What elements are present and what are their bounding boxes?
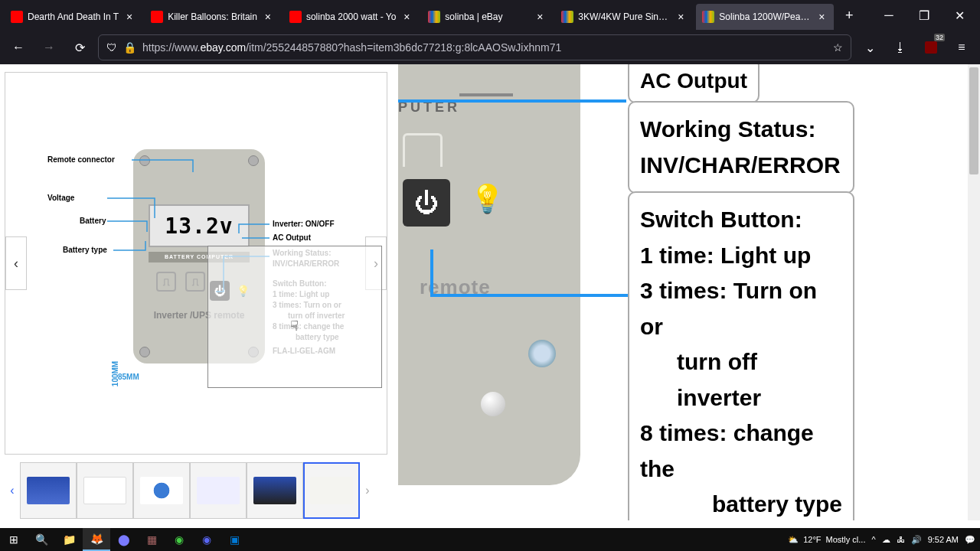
page-scrollbar[interactable] <box>968 64 980 520</box>
weather-icon: ⛅ <box>788 535 799 545</box>
address-bar: ← → ⟳ 🛡 🔒 https://www.ebay.com/itm/25524… <box>0 31 980 64</box>
thumbnail-1[interactable] <box>77 462 133 519</box>
label-remote-connector: Remote connector <box>47 155 115 164</box>
close-icon[interactable]: × <box>262 11 274 23</box>
back-button[interactable]: ← <box>6 35 31 60</box>
label-voltage: Voltage <box>47 194 74 202</box>
page-content: ‹ › 13.2v BATTERY COMPUTER ⎍ ⎍ ⏻ 💡 Inver… <box>0 64 980 520</box>
thumbnail-5[interactable] <box>303 462 360 519</box>
thumb-next-button[interactable]: › <box>360 464 375 517</box>
windows-taskbar: ⊞ 🔍 📁 🦊 ⬤ ▦ ◉ ◉ ▣ ⛅ 12°F Mostly cl... ^ … <box>0 528 980 551</box>
app-icon[interactable]: ▦ <box>138 528 165 551</box>
tab-bar: Dearth And Death In T× Killer Balloons: … <box>0 0 980 31</box>
thumbnail-3[interactable] <box>190 462 247 519</box>
rivet-icon <box>481 392 505 416</box>
info-switch-button: Switch Button: 1 time: Light up 3 times:… <box>628 191 854 520</box>
power-icon: ⏻ <box>403 179 450 227</box>
url-field[interactable]: 🛡 🔒 https://www.ebay.com/itm/25524485788… <box>98 34 851 60</box>
screw-icon <box>528 340 556 367</box>
start-button[interactable]: ⊞ <box>0 528 28 551</box>
lcd-display: 13.2v <box>149 204 250 247</box>
label-ac-output: AC Output <box>273 233 311 242</box>
app-icon[interactable]: ⬤ <box>110 528 138 551</box>
thumbnail-strip: ‹ › <box>5 462 387 519</box>
close-icon[interactable]: × <box>675 11 687 23</box>
bulb-icon: 💡 <box>233 281 253 301</box>
close-icon[interactable]: × <box>815 11 828 23</box>
product-gallery-main[interactable]: ‹ › 13.2v BATTERY COMPUTER ⎍ ⎍ ⏻ 💡 Inver… <box>5 72 387 455</box>
thumb-prev-button[interactable]: ‹ <box>5 464 20 517</box>
network-icon[interactable]: 🖧 <box>897 535 905 544</box>
file-explorer-icon[interactable]: 📁 <box>55 528 83 551</box>
window-controls: ─ ❐ ✕ <box>871 0 977 31</box>
tab-4[interactable]: 3KW/4KW Pure Sine W× <box>555 4 693 30</box>
app-icon[interactable]: ▣ <box>220 528 248 551</box>
maximize-button[interactable]: ❐ <box>906 0 942 31</box>
ublock-icon[interactable]: 32 <box>919 35 943 60</box>
power-icon: ⏻ <box>210 281 230 301</box>
gallery-prev-button[interactable]: ‹ <box>5 236 27 290</box>
wave-icon: ⎍ <box>185 272 205 292</box>
system-clock[interactable]: 9:52 AM <box>928 535 959 544</box>
reload-button[interactable]: ⟳ <box>67 35 92 60</box>
close-window-button[interactable]: ✕ <box>942 0 977 31</box>
pocket-icon[interactable]: ⌄ <box>858 35 882 60</box>
discord-icon[interactable]: ◉ <box>193 528 220 551</box>
weather-widget[interactable]: ⛅ 12°F Mostly cl... <box>788 535 865 545</box>
new-tab-button[interactable]: + <box>838 5 860 26</box>
bulb-icon: 💡 <box>467 179 507 219</box>
close-icon[interactable]: × <box>123 11 136 23</box>
thumbnail-2[interactable] <box>133 462 190 519</box>
gallery-next-button[interactable]: › <box>365 236 387 290</box>
search-icon[interactable]: 🔍 <box>28 528 55 551</box>
notifications-icon[interactable]: 💬 <box>965 535 975 545</box>
label-inverter-onoff: Inverter: ON/OFF <box>273 220 335 228</box>
info-ac-output: AC Output <box>628 64 760 103</box>
label-battery-type: Battery type <box>63 246 107 254</box>
wave-icon: ⎍ <box>156 272 176 292</box>
firefox-icon[interactable]: 🦊 <box>83 528 110 551</box>
tab-0[interactable]: Dearth And Death In T× <box>5 4 142 30</box>
browser-chrome: Dearth And Death In T× Killer Balloons: … <box>0 0 980 64</box>
tab-5[interactable]: Solinba 1200W/Peak 2× <box>696 4 834 30</box>
scroll-thumb[interactable] <box>969 67 978 174</box>
info-working-status: Working Status: INV/CHAR/ERROR <box>628 101 854 194</box>
close-icon[interactable]: × <box>534 11 546 23</box>
tab-3[interactable]: solinba | eBay× <box>422 4 552 30</box>
wave-icon <box>403 133 443 167</box>
thumbnail-4[interactable] <box>247 462 303 519</box>
thumbnail-0[interactable] <box>20 462 77 519</box>
label-battery: Battery <box>80 217 106 225</box>
product-diagram-image: 13.2v BATTERY COMPUTER ⎍ ⎍ ⏻ 💡 Inverter … <box>47 149 354 379</box>
downloads-icon[interactable]: ⭳ <box>888 35 913 60</box>
volume-icon[interactable]: 🔊 <box>911 535 922 545</box>
tab-1[interactable]: Killer Balloons: Britain× <box>145 4 280 30</box>
minimize-button[interactable]: ─ <box>871 0 906 31</box>
toolbar-right: ⌄ ⭳ 32 ≡ <box>858 35 974 60</box>
close-icon[interactable]: × <box>400 11 413 23</box>
onedrive-icon[interactable]: ☁ <box>882 535 890 545</box>
tab-2[interactable]: solinba 2000 watt - Yo× <box>283 4 419 30</box>
chevron-up-icon[interactable]: ^ <box>871 535 875 544</box>
menu-icon[interactable]: ≡ <box>949 35 974 60</box>
app-icon[interactable]: ◉ <box>165 528 193 551</box>
lock-icon: 🔒 <box>123 41 136 54</box>
shield-icon: 🛡 <box>106 41 117 54</box>
forward-button[interactable]: → <box>37 35 61 60</box>
bookmark-icon[interactable]: ☆ <box>833 41 843 54</box>
zoom-preview-panel: AC PUTER ⏻ 💡 remote AC Output Working St… <box>398 72 864 478</box>
